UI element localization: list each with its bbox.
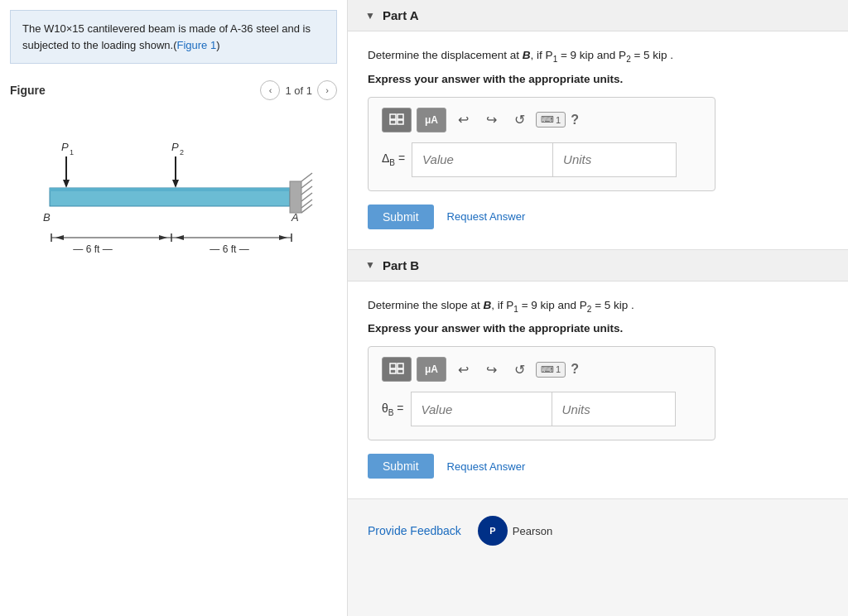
part-a-label: Part A (383, 8, 419, 22)
redo-icon-b: ↪ (486, 362, 497, 378)
svg-line-13 (301, 186, 312, 195)
beam-diagram: P 1 P 2 (10, 113, 325, 279)
svg-rect-32 (398, 120, 403, 124)
part-a-input-label: ΔB = (382, 152, 405, 167)
undo-icon-b: ↩ (458, 362, 469, 378)
svg-text:P: P (171, 141, 179, 153)
problem-text: The W10×15 cantilevered beam is made of … (22, 22, 311, 51)
svg-line-16 (301, 205, 312, 213)
svg-text:B: B (43, 211, 51, 224)
part-b-submit-button[interactable]: Submit (368, 454, 434, 479)
part-b-toolbar: μA ↩ ↪ ↺ ⌨ 1 ? (382, 357, 701, 382)
mu-button-a[interactable]: μA (417, 108, 446, 132)
svg-line-12 (301, 180, 312, 188)
refresh-icon-a: ↺ (514, 112, 525, 128)
figure-nav: ‹ 1 of 1 › (260, 80, 337, 100)
undo-icon-a: ↩ (458, 112, 469, 128)
redo-button-a[interactable]: ↪ (479, 108, 503, 132)
undo-button-a[interactable]: ↩ (451, 108, 475, 132)
svg-marker-7 (172, 180, 179, 188)
undo-button-b[interactable]: ↩ (451, 358, 475, 381)
left-panel: The W10×15 cantilevered beam is made of … (0, 0, 348, 616)
svg-rect-35 (390, 369, 396, 373)
svg-rect-9 (50, 188, 290, 191)
grid-icon-a (389, 113, 404, 127)
part-b-request-answer-link[interactable]: Request Answer (447, 460, 526, 473)
svg-rect-10 (290, 181, 301, 213)
keyboard-num-b: 1 (556, 364, 561, 374)
keyboard-num-a: 1 (556, 115, 561, 125)
part-a-answer-box: μA ↩ ↪ ↺ ⌨ 1 ? (368, 97, 716, 191)
pearson-logo: P Pearson (478, 516, 552, 546)
svg-text:— 6 ft —: — 6 ft — (210, 243, 248, 255)
svg-marker-26 (279, 235, 287, 240)
part-b-value-input[interactable] (411, 392, 552, 426)
svg-marker-23 (55, 235, 64, 240)
part-b-express: Express your answer with the appropriate… (368, 322, 828, 334)
part-a-input-row: ΔB = (382, 142, 701, 177)
part-b-question: Determine the slope at B, if P1 = 9 kip … (368, 296, 828, 316)
part-a-header: ▼ Part A (348, 0, 848, 31)
part-b-content: Determine the slope at B, if P1 = 9 kip … (348, 282, 848, 499)
figure-title: Figure (10, 84, 46, 97)
part-a-content: Determine the displacement at B, if P1 =… (348, 31, 848, 249)
svg-rect-34 (398, 363, 403, 368)
figure-header: Figure ‹ 1 of 1 › (10, 74, 337, 107)
feedback-section: Provide Feedback P Pearson (348, 499, 848, 562)
part-a-request-answer-link[interactable]: Request Answer (447, 210, 526, 223)
grid-button-a[interactable] (382, 108, 412, 132)
part-a-question: Determine the displacement at B, if P1 =… (368, 46, 828, 66)
svg-rect-36 (398, 369, 403, 373)
grid-icon-b (389, 363, 404, 376)
grid-button-b[interactable] (382, 357, 412, 382)
part-b-input-row: θB = (382, 392, 701, 426)
figure-link[interactable]: Figure 1 (176, 39, 216, 51)
part-a-units-input[interactable] (552, 142, 677, 177)
pearson-text: Pearson (513, 525, 552, 537)
mu-icon-a: μA (425, 114, 438, 126)
svg-rect-31 (390, 120, 396, 124)
part-a-section: ▼ Part A Determine the displacement at B… (348, 0, 848, 250)
svg-text:P: P (61, 141, 69, 153)
redo-button-b[interactable]: ↪ (479, 358, 503, 381)
part-a-express: Express your answer with the appropriate… (368, 73, 828, 85)
keyboard-button-b[interactable]: ⌨ 1 (536, 362, 566, 378)
svg-text:A: A (291, 211, 299, 224)
part-b-answer-box: μA ↩ ↪ ↺ ⌨ 1 ? (368, 346, 716, 440)
refresh-button-b[interactable]: ↺ (508, 358, 531, 381)
svg-text:1: 1 (70, 148, 74, 156)
part-b-label: Part B (383, 258, 419, 272)
svg-marker-24 (159, 235, 167, 240)
keyboard-button-a[interactable]: ⌨ 1 (536, 112, 566, 128)
next-figure-button[interactable]: › (317, 80, 337, 100)
part-b-toggle[interactable]: ▼ (364, 259, 376, 271)
refresh-icon-b: ↺ (514, 362, 525, 378)
prev-figure-button[interactable]: ‹ (260, 80, 280, 100)
figure-count: 1 of 1 (285, 84, 312, 97)
part-b-action-row: Submit Request Answer (368, 454, 828, 479)
part-b-units-input[interactable] (552, 392, 676, 426)
redo-icon-a: ↪ (486, 112, 497, 128)
keyboard-icon-b: ⌨ (541, 364, 554, 375)
provide-feedback-link[interactable]: Provide Feedback (368, 524, 461, 537)
refresh-button-a[interactable]: ↺ (508, 108, 531, 132)
svg-rect-33 (390, 363, 396, 368)
part-a-toggle[interactable]: ▼ (364, 10, 376, 22)
svg-line-14 (301, 193, 312, 201)
problem-statement: The W10×15 cantilevered beam is made of … (10, 10, 337, 64)
svg-rect-30 (398, 114, 403, 119)
mu-icon-b: μA (425, 363, 438, 375)
part-a-value-input[interactable] (412, 142, 552, 177)
svg-text:2: 2 (180, 148, 184, 156)
help-button-b[interactable]: ? (571, 362, 579, 377)
beam-svg: P 1 P 2 (10, 113, 325, 279)
svg-line-15 (301, 200, 312, 208)
help-button-a[interactable]: ? (571, 113, 579, 128)
part-b-header: ▼ Part B (348, 250, 848, 282)
part-a-submit-button[interactable]: Submit (368, 205, 434, 229)
svg-rect-29 (390, 114, 396, 119)
svg-marker-3 (63, 180, 70, 188)
svg-text:— 6 ft —: — 6 ft — (73, 243, 112, 255)
mu-button-b[interactable]: μA (417, 357, 446, 382)
keyboard-icon-a: ⌨ (541, 114, 554, 125)
